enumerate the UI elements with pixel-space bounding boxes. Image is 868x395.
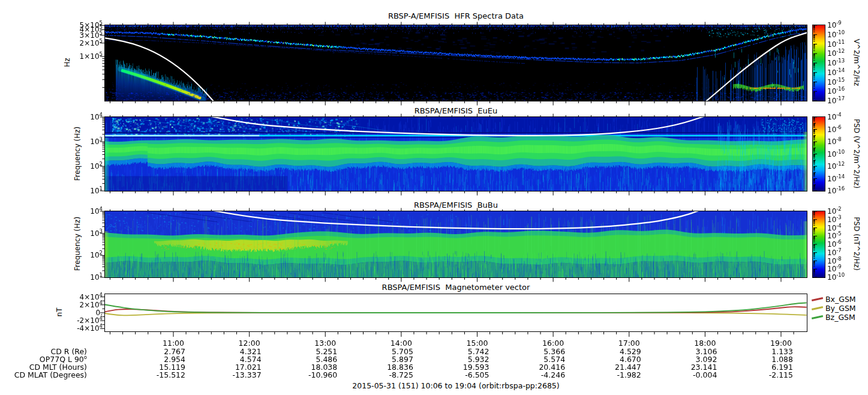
hour-label: 12:00 xyxy=(226,339,274,347)
hour-label: 11:00 xyxy=(149,339,197,347)
colorbar-tick-label: 10-10 xyxy=(827,273,866,282)
colorbar-tick-label: 10-4 xyxy=(827,112,866,122)
row-label: CD MLAT (Degrees) xyxy=(0,371,87,379)
colorbar-tick-label: 10-6 xyxy=(827,125,866,134)
y-tick-label: 103 xyxy=(53,229,103,238)
table-value: -15.512 xyxy=(130,371,185,379)
colorbar-tick-label: 10-14 xyxy=(827,68,866,77)
table-value: -8.725 xyxy=(358,371,413,379)
table-value: -1.982 xyxy=(586,371,641,379)
table-value: -2.115 xyxy=(738,371,793,379)
colorbar-tick-label: 10-10 xyxy=(827,30,866,40)
hour-label: 15:00 xyxy=(453,339,501,347)
y-tick-label: 101 xyxy=(53,186,103,196)
y-tick-label: 1×105 xyxy=(53,52,103,61)
colorbar-tick-label: 10-12 xyxy=(827,49,866,58)
hour-label: 18:00 xyxy=(681,339,729,347)
y-tick-label: 104 xyxy=(53,207,103,216)
colorbar-tick-label: 10-16 xyxy=(827,86,866,96)
y-tick-label: 5×105 xyxy=(53,20,103,30)
table-value: -13.337 xyxy=(206,371,262,379)
colorbar-tick-label: 10-12 xyxy=(827,161,866,171)
axis-labels-overlay: 1×1052×1053×1054×1055×105101102103104101… xyxy=(0,0,868,395)
colorbar-tick-label: 10-9 xyxy=(827,20,866,30)
hour-label: 13:00 xyxy=(301,339,349,347)
figure: RBSP-A/EMFISIS HFR Spectra Data RBSPA/EM… xyxy=(0,0,868,395)
colorbar-tick-label: 10-14 xyxy=(827,174,866,184)
y-tick-label: 102 xyxy=(53,161,103,171)
y-tick-label: 101 xyxy=(53,273,103,282)
colorbar-tick-label: 10-13 xyxy=(827,58,866,68)
hour-label: 19:00 xyxy=(757,339,805,347)
hour-label: 17:00 xyxy=(605,339,653,347)
colorbar-tick-label: 10-16 xyxy=(827,186,866,196)
y-tick-label: 102 xyxy=(53,250,103,260)
table-value: -6.505 xyxy=(434,371,489,379)
table-value: -4.246 xyxy=(510,371,565,379)
colorbar-tick-label: 10-10 xyxy=(827,149,866,159)
y-tick-label: 104 xyxy=(53,112,103,122)
y-tick-label: -4×104 xyxy=(53,324,103,333)
colorbar-tick-label: 10-17 xyxy=(827,96,866,106)
colorbar-tick-label: 10-15 xyxy=(827,77,866,87)
y-tick-label: 103 xyxy=(53,137,103,146)
colorbar-tick-label: 10-8 xyxy=(827,137,866,146)
colorbar-tick-label: 10-11 xyxy=(827,40,866,49)
table-value: -10.960 xyxy=(282,371,337,379)
table-value: -0.004 xyxy=(662,371,717,379)
hour-label: 14:00 xyxy=(377,339,425,347)
hour-label: 16:00 xyxy=(529,339,577,347)
